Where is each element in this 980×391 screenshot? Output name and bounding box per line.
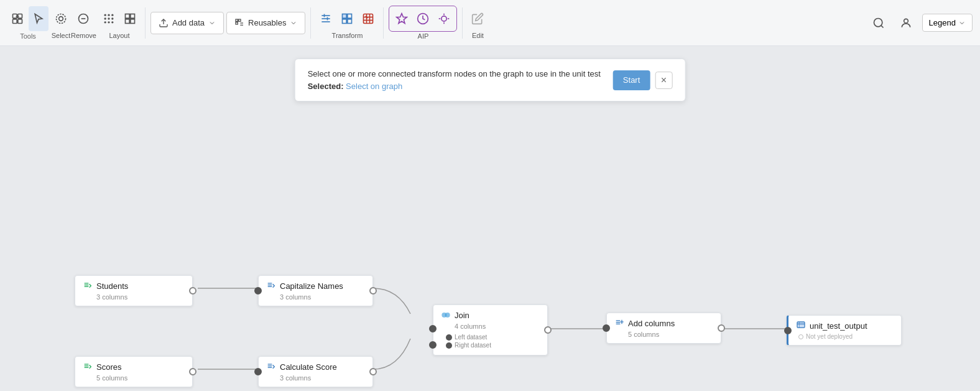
svg-rect-35 [348,14,352,19]
svg-line-43 [366,16,368,18]
join-left-dataset: Left dataset [446,334,540,341]
calculate-score-input-connector[interactable] [254,368,262,375]
students-title: Students [96,281,128,291]
svg-rect-3 [18,19,22,23]
search-button[interactable] [867,12,890,34]
svg-point-45 [441,16,446,21]
select-on-graph-link[interactable]: Select on graph [346,82,402,91]
user-button[interactable] [895,12,917,34]
notification-actions: Start × [613,70,672,90]
separator-3 [383,7,384,39]
transform-icon-3[interactable] [358,6,378,31]
svg-rect-38 [364,14,373,24]
transform-group: Transform [316,6,378,39]
close-button[interactable]: × [655,72,672,89]
notification-banner: Select one or more connected transform n… [295,59,686,101]
calculate-score-output-connector[interactable] [369,368,377,375]
calculate-score-columns: 3 columns [280,374,365,382]
svg-rect-19 [125,14,129,19]
toolbar-right: Legend [867,12,973,34]
add-columns-title: Add columns [628,319,675,328]
svg-point-18 [111,21,113,23]
join-columns: 4 columns [455,323,540,330]
join-input-top[interactable] [429,325,437,332]
svg-point-17 [108,21,109,23]
add-data-group: Add data [150,12,224,34]
svg-rect-25 [239,19,241,21]
svg-point-52 [904,19,908,23]
capitalize-names-output-connector[interactable] [369,287,377,294]
tools-label: Tools [20,32,36,40]
students-output-connector[interactable] [189,287,196,294]
node-add-columns[interactable]: Add columns 5 columns [606,313,721,344]
layout-group: Layout [99,6,140,39]
svg-rect-21 [125,19,129,24]
scores-output-connector[interactable] [189,368,196,375]
layout-label: Layout [109,32,129,39]
join-input-bottom[interactable] [429,341,437,349]
remove-button[interactable] [73,6,93,31]
svg-line-51 [881,25,883,27]
select-tool-button[interactable] [29,6,49,31]
select-label: Select [52,32,71,39]
svg-point-7 [57,14,66,24]
students-columns: 3 columns [96,293,185,301]
not-deployed-status: Not yet deployed [798,333,894,340]
svg-rect-37 [348,19,352,24]
notification-text: Select one or more connected transform n… [308,68,601,92]
transform-label: Transform [332,32,363,39]
node-join[interactable]: Join 4 columns Left dataset Right datase… [433,304,548,356]
node-unit-test-output[interactable]: unit_test_output Not yet deployed [787,315,902,346]
add-columns-columns: 5 columns [628,331,713,338]
node-capitalize-names[interactable]: Capitalize Names 3 columns [258,275,373,306]
svg-point-6 [59,17,63,21]
svg-point-10 [104,14,106,16]
add-data-button[interactable]: Add data [150,12,224,34]
svg-rect-34 [343,14,347,19]
svg-point-16 [104,21,106,23]
svg-marker-44 [397,14,407,24]
node-scores[interactable]: Scores 5 columns [75,356,193,387]
aip-icon-1[interactable] [392,7,412,30]
capitalize-names-input-connector[interactable] [254,287,262,294]
join-output-connector[interactable] [544,326,552,334]
legend-button[interactable]: Legend [922,14,973,32]
calculate-score-title: Calculate Score [280,362,337,372]
add-tool-button[interactable] [7,6,27,31]
add-columns-input-connector[interactable] [603,324,610,332]
svg-rect-20 [131,14,135,19]
svg-point-13 [104,17,106,19]
svg-point-11 [108,14,109,16]
svg-rect-36 [343,19,347,24]
scores-columns: 5 columns [96,374,185,382]
edit-button[interactable] [468,6,488,31]
edit-group: Edit [468,6,488,39]
unit-test-output-title: unit_test_output [810,321,867,331]
svg-rect-22 [131,19,135,24]
unit-test-output-input-connector[interactable] [784,327,792,334]
transform-icon-1[interactable] [316,6,336,31]
node-students[interactable]: Students 3 columns [75,275,193,306]
reusables-button[interactable]: Reusables [226,12,305,34]
toolbar: Tools Select Remove [0,0,980,46]
svg-point-15 [111,17,113,19]
svg-rect-2 [13,19,17,23]
aip-icon-2[interactable] [413,7,433,30]
add-columns-output-connector[interactable] [718,324,725,332]
svg-point-60 [445,313,450,318]
start-button[interactable]: Start [613,70,650,90]
join-title: Join [455,311,469,320]
select-button[interactable] [51,6,71,31]
layout-grid-button[interactable] [120,6,140,31]
remove-label: Remove [71,32,96,39]
capitalize-names-title: Capitalize Names [280,281,343,291]
aip-icon-3[interactable] [434,7,454,30]
layout-dots-button[interactable] [99,6,119,31]
graph-canvas[interactable]: Select one or more connected transform n… [0,46,980,391]
svg-rect-24 [236,19,238,21]
reusables-group: Reusables [226,12,305,34]
scores-title: Scores [96,362,121,372]
node-calculate-score[interactable]: Calculate Score 3 columns [258,356,373,387]
aip-group: AIP [389,6,457,40]
transform-icon-2[interactable] [337,6,357,31]
